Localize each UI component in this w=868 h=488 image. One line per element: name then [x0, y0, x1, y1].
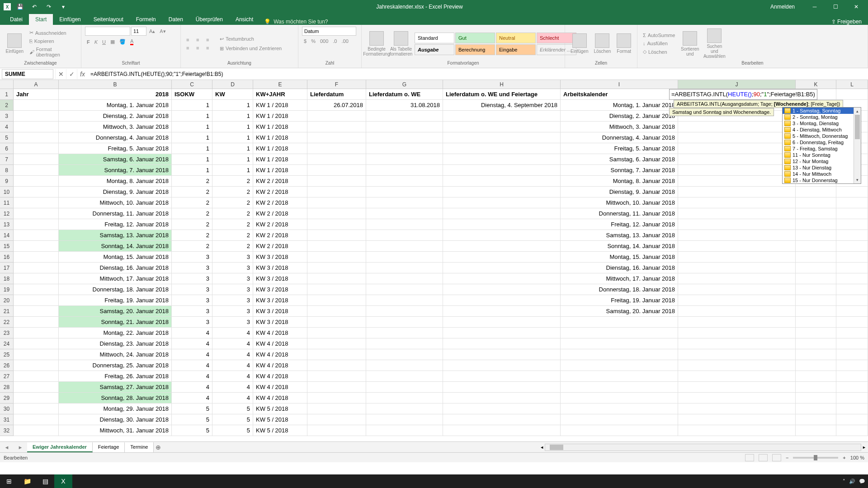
- cell-J9[interactable]: [678, 176, 796, 187]
- excel-taskbar-icon[interactable]: X: [54, 474, 72, 488]
- zoom-out-button[interactable]: −: [786, 455, 788, 460]
- cell-I18[interactable]: Mittwoch, 17. Januar 2018: [561, 273, 678, 284]
- cell-C19[interactable]: 3: [172, 284, 212, 295]
- autocomplete-item[interactable]: 3 - Montag, Dienstag: [783, 120, 861, 127]
- cell-A17[interactable]: [14, 263, 59, 273]
- cell-F12[interactable]: [307, 208, 366, 219]
- cell-A24[interactable]: [14, 338, 59, 349]
- qat-customize-icon[interactable]: ▾: [58, 1, 69, 12]
- cell-F23[interactable]: [307, 328, 366, 338]
- cell-H30[interactable]: [443, 404, 561, 414]
- cell-E19[interactable]: KW 3 / 2018: [253, 284, 307, 295]
- cell-G3[interactable]: [366, 111, 443, 122]
- copy-button[interactable]: ⎘Kopieren: [28, 38, 77, 45]
- cell-C24[interactable]: 4: [172, 338, 212, 349]
- row-header-28[interactable]: 28: [0, 382, 13, 393]
- cell-J10[interactable]: [678, 187, 796, 197]
- bold-button[interactable]: F: [85, 38, 92, 46]
- cell-A30[interactable]: [14, 404, 59, 414]
- cell-C6[interactable]: 1: [172, 143, 212, 154]
- cell-C29[interactable]: 4: [172, 393, 212, 404]
- cell-D28[interactable]: 4: [212, 382, 253, 393]
- cell-K28[interactable]: [796, 382, 836, 393]
- fx-button[interactable]: fx: [77, 69, 88, 79]
- cell-E26[interactable]: KW 4 / 2018: [253, 360, 307, 371]
- cell-I4[interactable]: Mittwoch, 3. Januar 2018: [561, 122, 678, 132]
- cell-H24[interactable]: [443, 338, 561, 349]
- cell-I2[interactable]: Montag, 1. Januar 2018: [561, 100, 678, 111]
- horizontal-scrollbar[interactable]: [545, 444, 861, 451]
- cell-E2[interactable]: KW 1 / 2018: [253, 100, 307, 111]
- dec-decimal-icon[interactable]: .00: [340, 38, 350, 45]
- cell-K32[interactable]: [796, 425, 836, 436]
- cell-H32[interactable]: [443, 425, 561, 436]
- cell-F19[interactable]: [307, 284, 366, 295]
- cancel-formula-button[interactable]: ✕: [55, 69, 66, 79]
- cell-B15[interactable]: Sonntag, 14. Januar 2018: [59, 241, 172, 252]
- cell-G9[interactable]: [366, 176, 443, 187]
- cell-K18[interactable]: [796, 273, 836, 284]
- cell-L16[interactable]: [836, 252, 868, 263]
- find-select-button[interactable]: Suchen und Auswählen: [703, 28, 726, 60]
- style-eingabe[interactable]: Eingabe: [496, 44, 536, 55]
- cell-C2[interactable]: 1: [172, 100, 212, 111]
- cell-G24[interactable]: [366, 338, 443, 349]
- cell-B28[interactable]: Samstag, 27. Januar 2018: [59, 382, 172, 393]
- cell-H23[interactable]: [443, 328, 561, 338]
- scroll-down-icon[interactable]: ▾: [854, 176, 861, 183]
- autocomplete-item[interactable]: 15 - Nur Donnerstag: [783, 177, 861, 183]
- autocomplete-item[interactable]: 7 - Freitag, Samstag: [783, 145, 861, 152]
- cell-H27[interactable]: [443, 371, 561, 382]
- cell-H3[interactable]: [443, 111, 561, 122]
- cell-G30[interactable]: [366, 404, 443, 414]
- autocomplete-dropdown[interactable]: ▴ ▾ 1 - Samstag, Sonntag2 - Sonntag, Mon…: [782, 107, 861, 184]
- sheet-tab[interactable]: Feiertage: [93, 442, 125, 452]
- font-size-input[interactable]: [131, 27, 146, 36]
- cell-A2[interactable]: [14, 100, 59, 111]
- cell-H11[interactable]: [443, 197, 561, 208]
- cell-F11[interactable]: [307, 197, 366, 208]
- cell-K10[interactable]: [796, 187, 836, 197]
- cell-D16[interactable]: 3: [212, 252, 253, 263]
- row-header-11[interactable]: 11: [0, 197, 13, 208]
- close-button[interactable]: ✕: [846, 0, 866, 14]
- cell-G32[interactable]: [366, 425, 443, 436]
- cell-I3[interactable]: Dienstag, 2. Januar 2018: [561, 111, 678, 122]
- zoom-in-button[interactable]: +: [843, 455, 845, 460]
- cell-K11[interactable]: [796, 197, 836, 208]
- cell-C20[interactable]: 3: [172, 295, 212, 306]
- cell-K29[interactable]: [796, 393, 836, 404]
- cell-F28[interactable]: [307, 382, 366, 393]
- cell-C17[interactable]: 3: [172, 263, 212, 273]
- cell-F22[interactable]: [307, 317, 366, 328]
- cell-J8[interactable]: [678, 165, 796, 176]
- cell-H1[interactable]: Lieferdatum o. WE und Feiertage: [443, 89, 561, 100]
- row-header-17[interactable]: 17: [0, 263, 13, 273]
- cell-C31[interactable]: 5: [172, 414, 212, 425]
- cell-B23[interactable]: Montag, 22. Januar 2018: [59, 328, 172, 338]
- zoom-thumb[interactable]: [814, 455, 817, 460]
- cell-E27[interactable]: KW 4 / 2018: [253, 371, 307, 382]
- cell-K25[interactable]: [796, 349, 836, 360]
- cell-H7[interactable]: [443, 154, 561, 165]
- cell-L31[interactable]: [836, 414, 868, 425]
- cell-J5[interactable]: [678, 132, 796, 143]
- cell-G29[interactable]: [366, 393, 443, 404]
- cell-L19[interactable]: [836, 284, 868, 295]
- cell-D17[interactable]: 3: [212, 263, 253, 273]
- cell-E1[interactable]: KW+JAHR: [253, 89, 307, 100]
- cell-C10[interactable]: 2: [172, 187, 212, 197]
- cell-J13[interactable]: [678, 219, 796, 230]
- cell-C18[interactable]: 3: [172, 273, 212, 284]
- cell-L15[interactable]: [836, 241, 868, 252]
- cell-L29[interactable]: [836, 393, 868, 404]
- cell-A28[interactable]: [14, 382, 59, 393]
- cell-A6[interactable]: [14, 143, 59, 154]
- autocomplete-item[interactable]: 1 - Samstag, Sonntag: [783, 108, 861, 114]
- ribbon-tab-ansicht[interactable]: Ansicht: [229, 14, 259, 25]
- cell-F1[interactable]: Lieferdatum: [307, 89, 366, 100]
- cell-G8[interactable]: [366, 165, 443, 176]
- cell-I12[interactable]: Donnerstag, 11. Januar 2018: [561, 208, 678, 219]
- style-gut[interactable]: Gut: [455, 33, 495, 43]
- cell-B4[interactable]: Mittwoch, 3. Januar 2018: [59, 122, 172, 132]
